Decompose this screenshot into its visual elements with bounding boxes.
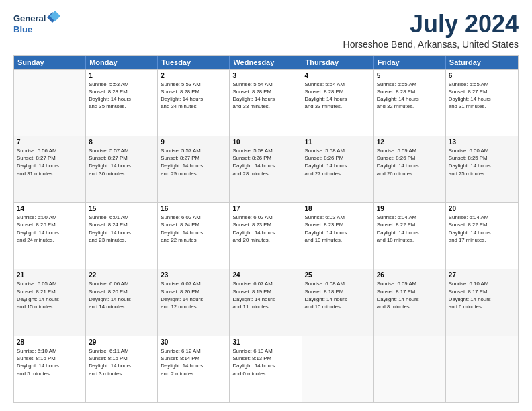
day-number-1: 1 xyxy=(89,72,154,79)
day-number-5: 5 xyxy=(377,72,443,79)
header-day-sunday: Sunday xyxy=(14,56,86,69)
day-cell-18: 18Sunrise: 6:03 AM Sunset: 8:23 PM Dayli… xyxy=(302,203,374,269)
day-cell-29: 29Sunrise: 6:11 AM Sunset: 8:15 PM Dayli… xyxy=(86,336,158,402)
sun-info-7: Sunrise: 5:56 AM Sunset: 8:27 PM Dayligh… xyxy=(17,147,83,177)
sun-info-3: Sunrise: 5:54 AM Sunset: 8:28 PM Dayligh… xyxy=(232,81,298,111)
sun-info-19: Sunrise: 6:04 AM Sunset: 8:22 PM Dayligh… xyxy=(377,214,443,244)
day-cell-10: 10Sunrise: 5:58 AM Sunset: 8:26 PM Dayli… xyxy=(230,136,302,202)
sun-info-9: Sunrise: 5:57 AM Sunset: 8:27 PM Dayligh… xyxy=(161,147,226,177)
sun-info-23: Sunrise: 6:07 AM Sunset: 8:20 PM Dayligh… xyxy=(161,280,226,310)
week-row-2: 7Sunrise: 5:56 AM Sunset: 8:27 PM Daylig… xyxy=(14,136,518,202)
week-row-1: 1Sunrise: 5:53 AM Sunset: 8:28 PM Daylig… xyxy=(14,69,518,136)
empty-cell-0-0 xyxy=(14,70,86,136)
sun-info-28: Sunrise: 6:10 AM Sunset: 8:16 PM Dayligh… xyxy=(17,347,83,377)
sun-info-12: Sunrise: 5:59 AM Sunset: 8:26 PM Dayligh… xyxy=(377,147,443,177)
page: General Blue July 2024 Horseshoe Bend, A… xyxy=(0,0,532,411)
sun-info-1: Sunrise: 5:53 AM Sunset: 8:28 PM Dayligh… xyxy=(89,81,154,111)
day-cell-1: 1Sunrise: 5:53 AM Sunset: 8:28 PM Daylig… xyxy=(86,70,158,136)
header-day-tuesday: Tuesday xyxy=(158,56,230,69)
day-cell-23: 23Sunrise: 6:07 AM Sunset: 8:20 PM Dayli… xyxy=(158,269,230,335)
sun-info-4: Sunrise: 5:54 AM Sunset: 8:28 PM Dayligh… xyxy=(305,81,371,111)
day-number-28: 28 xyxy=(17,338,83,346)
day-number-18: 18 xyxy=(305,205,371,212)
calendar-header: SundayMondayTuesdayWednesdayThursdayFrid… xyxy=(14,56,518,69)
day-number-8: 8 xyxy=(89,138,154,146)
day-cell-7: 7Sunrise: 5:56 AM Sunset: 8:27 PM Daylig… xyxy=(14,136,86,202)
day-cell-19: 19Sunrise: 6:04 AM Sunset: 8:22 PM Dayli… xyxy=(374,203,446,269)
day-cell-16: 16Sunrise: 6:02 AM Sunset: 8:24 PM Dayli… xyxy=(158,203,230,269)
svg-text:General: General xyxy=(13,13,46,24)
empty-cell-4-6 xyxy=(446,336,518,402)
day-number-4: 4 xyxy=(305,72,371,79)
day-cell-12: 12Sunrise: 5:59 AM Sunset: 8:26 PM Dayli… xyxy=(374,136,446,202)
day-number-16: 16 xyxy=(161,205,226,212)
day-number-10: 10 xyxy=(232,138,298,146)
svg-text:Blue: Blue xyxy=(13,24,32,34)
day-number-20: 20 xyxy=(449,205,515,212)
day-number-31: 31 xyxy=(232,338,298,346)
logo: General Blue xyxy=(13,11,60,38)
day-number-12: 12 xyxy=(377,138,443,146)
sun-info-15: Sunrise: 6:01 AM Sunset: 8:24 PM Dayligh… xyxy=(89,214,154,244)
header-day-thursday: Thursday xyxy=(302,56,374,69)
week-row-3: 14Sunrise: 6:00 AM Sunset: 8:25 PM Dayli… xyxy=(14,202,518,269)
week-row-5: 28Sunrise: 6:10 AM Sunset: 8:16 PM Dayli… xyxy=(14,336,518,402)
day-cell-30: 30Sunrise: 6:12 AM Sunset: 8:14 PM Dayli… xyxy=(158,336,230,402)
day-cell-9: 9Sunrise: 5:57 AM Sunset: 8:27 PM Daylig… xyxy=(158,136,230,202)
sun-info-16: Sunrise: 6:02 AM Sunset: 8:24 PM Dayligh… xyxy=(161,214,226,244)
day-cell-20: 20Sunrise: 6:04 AM Sunset: 8:22 PM Dayli… xyxy=(446,203,518,269)
sun-info-27: Sunrise: 6:10 AM Sunset: 8:17 PM Dayligh… xyxy=(449,280,515,310)
sun-info-17: Sunrise: 6:02 AM Sunset: 8:23 PM Dayligh… xyxy=(232,214,298,244)
day-cell-13: 13Sunrise: 6:00 AM Sunset: 8:25 PM Dayli… xyxy=(446,136,518,202)
sun-info-13: Sunrise: 6:00 AM Sunset: 8:25 PM Dayligh… xyxy=(449,147,515,177)
day-cell-6: 6Sunrise: 5:55 AM Sunset: 8:27 PM Daylig… xyxy=(446,70,518,136)
header: General Blue July 2024 Horseshoe Bend, A… xyxy=(13,11,519,50)
sun-info-29: Sunrise: 6:11 AM Sunset: 8:15 PM Dayligh… xyxy=(89,347,154,377)
sun-info-22: Sunrise: 6:06 AM Sunset: 8:20 PM Dayligh… xyxy=(89,280,154,310)
sun-info-30: Sunrise: 6:12 AM Sunset: 8:14 PM Dayligh… xyxy=(161,347,226,377)
sun-info-21: Sunrise: 6:05 AM Sunset: 8:21 PM Dayligh… xyxy=(17,280,83,310)
day-number-11: 11 xyxy=(305,138,371,146)
day-number-6: 6 xyxy=(449,72,515,79)
day-number-15: 15 xyxy=(89,205,154,212)
day-number-7: 7 xyxy=(17,138,83,146)
day-cell-3: 3Sunrise: 5:54 AM Sunset: 8:28 PM Daylig… xyxy=(230,70,302,136)
day-cell-17: 17Sunrise: 6:02 AM Sunset: 8:23 PM Dayli… xyxy=(230,203,302,269)
sun-info-6: Sunrise: 5:55 AM Sunset: 8:27 PM Dayligh… xyxy=(449,81,515,111)
week-row-4: 21Sunrise: 6:05 AM Sunset: 8:21 PM Dayli… xyxy=(14,269,518,335)
day-cell-5: 5Sunrise: 5:55 AM Sunset: 8:28 PM Daylig… xyxy=(374,70,446,136)
day-cell-21: 21Sunrise: 6:05 AM Sunset: 8:21 PM Dayli… xyxy=(14,269,86,335)
subtitle: Horseshoe Bend, Arkansas, United States xyxy=(343,39,519,50)
day-number-19: 19 xyxy=(377,205,443,212)
day-cell-2: 2Sunrise: 5:53 AM Sunset: 8:28 PM Daylig… xyxy=(158,70,230,136)
empty-cell-4-4 xyxy=(302,336,374,402)
sun-info-10: Sunrise: 5:58 AM Sunset: 8:26 PM Dayligh… xyxy=(232,147,298,177)
day-cell-8: 8Sunrise: 5:57 AM Sunset: 8:27 PM Daylig… xyxy=(86,136,158,202)
sun-info-14: Sunrise: 6:00 AM Sunset: 8:25 PM Dayligh… xyxy=(17,214,83,244)
sun-info-20: Sunrise: 6:04 AM Sunset: 8:22 PM Dayligh… xyxy=(449,214,515,244)
day-number-27: 27 xyxy=(449,271,515,279)
day-number-9: 9 xyxy=(161,138,226,146)
day-cell-24: 24Sunrise: 6:07 AM Sunset: 8:19 PM Dayli… xyxy=(230,269,302,335)
sun-info-8: Sunrise: 5:57 AM Sunset: 8:27 PM Dayligh… xyxy=(89,147,154,177)
calendar-body: 1Sunrise: 5:53 AM Sunset: 8:28 PM Daylig… xyxy=(14,69,518,402)
day-number-21: 21 xyxy=(17,271,83,279)
day-cell-31: 31Sunrise: 6:13 AM Sunset: 8:13 PM Dayli… xyxy=(230,336,302,402)
sun-info-31: Sunrise: 6:13 AM Sunset: 8:13 PM Dayligh… xyxy=(232,347,298,377)
day-number-17: 17 xyxy=(232,205,298,212)
header-day-saturday: Saturday xyxy=(446,56,518,69)
sun-info-25: Sunrise: 6:08 AM Sunset: 8:18 PM Dayligh… xyxy=(305,280,371,310)
day-number-23: 23 xyxy=(161,271,226,279)
sun-info-11: Sunrise: 5:58 AM Sunset: 8:26 PM Dayligh… xyxy=(305,147,371,177)
sun-info-26: Sunrise: 6:09 AM Sunset: 8:17 PM Dayligh… xyxy=(377,280,443,310)
day-cell-4: 4Sunrise: 5:54 AM Sunset: 8:28 PM Daylig… xyxy=(302,70,374,136)
day-number-22: 22 xyxy=(89,271,154,279)
day-number-24: 24 xyxy=(232,271,298,279)
day-number-14: 14 xyxy=(17,205,83,212)
day-number-26: 26 xyxy=(377,271,443,279)
day-number-2: 2 xyxy=(161,72,226,79)
day-cell-11: 11Sunrise: 5:58 AM Sunset: 8:26 PM Dayli… xyxy=(302,136,374,202)
empty-cell-4-5 xyxy=(374,336,446,402)
day-number-13: 13 xyxy=(449,138,515,146)
title-block: July 2024 Horseshoe Bend, Arkansas, Unit… xyxy=(343,11,519,50)
